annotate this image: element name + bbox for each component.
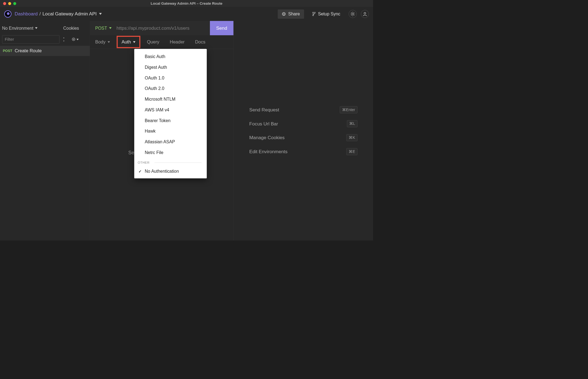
breadcrumb-separator: /	[39, 11, 41, 17]
shortcut-focus-url: Focus Url Bar ⌘L	[249, 120, 357, 127]
svg-line-9	[351, 12, 352, 13]
cookies-label: Cookies	[63, 26, 79, 31]
sort-icon	[63, 37, 66, 42]
titlebar: Local Gateway Admin API – Create Route	[0, 0, 373, 7]
response-pane: Send Request ⌘Enter Focus Url Bar ⌘L Man…	[234, 21, 373, 240]
auth-option-label: Atlassian ASAP	[145, 139, 175, 144]
auth-option-oauth1[interactable]: OAuth 1.0	[134, 73, 207, 83]
auth-option-asap[interactable]: Atlassian ASAP	[134, 136, 207, 147]
plus-circle-icon	[72, 38, 76, 41]
account-button[interactable]	[361, 10, 369, 18]
tab-docs-label: Docs	[195, 39, 206, 45]
auth-option-digest[interactable]: Digest Auth	[134, 62, 207, 73]
svg-point-13	[364, 12, 366, 14]
auth-option-basic[interactable]: Basic Auth	[134, 51, 207, 62]
setup-sync-label: Setup Sync	[318, 12, 340, 17]
svg-line-12	[354, 12, 354, 13]
tab-body[interactable]: Body	[95, 39, 110, 45]
shortcut-environments: Edit Environments ⌘E	[249, 148, 357, 155]
share-button[interactable]: Share	[278, 9, 304, 19]
header-actions: Share Setup Sync	[278, 9, 369, 19]
method-dropdown[interactable]: POST	[95, 26, 112, 31]
request-item[interactable]: POST Create Route	[0, 46, 90, 56]
shortcut-cookies: Manage Cookies ⌘K	[249, 134, 357, 141]
auth-option-oauth2[interactable]: OAuth 2.0	[134, 83, 207, 94]
sidebar-top-row: No Environment Cookies	[0, 21, 90, 35]
auth-option-bearer[interactable]: Bearer Token	[134, 115, 207, 126]
cookies-button[interactable]: Cookies	[63, 26, 88, 31]
response-placeholder: Send Request ⌘Enter Focus Url Bar ⌘L Man…	[234, 21, 373, 240]
request-method: POST	[3, 49, 12, 53]
sidebar: No Environment Cookies	[0, 21, 90, 240]
close-window-button[interactable]	[3, 2, 6, 5]
auth-section-other: OTHER	[134, 158, 207, 166]
app-logo-inner	[7, 12, 10, 15]
auth-option-label: No Authentication	[145, 169, 179, 174]
user-icon	[363, 12, 367, 16]
maximize-window-button[interactable]	[13, 2, 16, 5]
send-button[interactable]: Send	[210, 21, 234, 35]
chevron-down-icon	[77, 39, 79, 40]
tab-docs[interactable]: Docs	[195, 39, 206, 45]
chevron-down-icon	[133, 41, 135, 43]
git-branch-icon	[312, 12, 315, 16]
auth-option-label: OAuth 1.0	[145, 75, 164, 80]
auth-option-label: Bearer Token	[145, 118, 171, 123]
chevron-down-icon	[108, 41, 110, 43]
auth-option-label: Netrc File	[145, 150, 163, 155]
tab-auth-label: Auth	[121, 39, 131, 45]
settings-button[interactable]	[349, 10, 357, 18]
filter-input[interactable]	[2, 35, 60, 43]
auth-option-netrc[interactable]: Netrc File	[134, 147, 207, 158]
auth-option-label: Digest Auth	[145, 65, 167, 70]
breadcrumb: Dashboard / Local Gateway Admin API	[15, 11, 102, 17]
chevron-down-icon	[35, 27, 38, 29]
share-label: Share	[288, 12, 300, 17]
svg-point-2	[314, 12, 315, 13]
tab-auth[interactable]: Auth	[117, 36, 140, 48]
sidebar-filter-actions	[63, 37, 79, 42]
auth-option-label: Basic Auth	[145, 54, 165, 59]
auth-option-hawk[interactable]: Hawk	[134, 126, 207, 136]
minimize-window-button[interactable]	[8, 2, 11, 5]
url-bar: POST Send	[90, 21, 233, 35]
sort-button[interactable]	[63, 37, 66, 42]
shortcut-label: Send Request	[249, 107, 279, 112]
shortcut-key: ⌘L	[347, 120, 357, 127]
chevron-down-icon	[109, 27, 112, 29]
auth-option-aws[interactable]: AWS IAM v4	[134, 105, 207, 115]
app-window: Local Gateway Admin API – Create Route D…	[0, 0, 373, 240]
tab-header[interactable]: Header	[170, 39, 185, 45]
dashboard-link[interactable]: Dashboard	[15, 11, 38, 17]
app-logo-icon[interactable]	[4, 10, 12, 18]
tab-body-label: Body	[95, 39, 106, 45]
request-pane: POST Send Body Auth	[90, 21, 234, 240]
svg-line-11	[351, 15, 352, 16]
tab-query[interactable]: Query	[147, 39, 159, 45]
main: No Environment Cookies	[0, 21, 373, 240]
svg-point-4	[352, 13, 353, 15]
window-controls	[0, 2, 16, 5]
shortcut-label: Manage Cookies	[249, 135, 285, 141]
shortcut-key: ⌘K	[346, 134, 357, 141]
request-list: POST Create Route	[0, 46, 90, 240]
gear-icon	[350, 12, 355, 16]
auth-option-label: OAuth 2.0	[145, 86, 164, 91]
url-input[interactable]	[117, 25, 210, 31]
auth-dropdown-menu: Basic Auth Digest Auth OAuth 1.0 OAuth 2…	[134, 49, 207, 178]
divider	[154, 163, 201, 163]
auth-option-none[interactable]: No Authentication	[134, 166, 207, 177]
request-tabs: Body Auth Query Header Docs	[90, 35, 233, 49]
shortcut-label: Edit Environments	[249, 149, 287, 155]
project-dropdown[interactable]: Local Gateway Admin API	[43, 11, 102, 17]
environment-dropdown[interactable]: No Environment	[2, 24, 38, 32]
auth-option-label: Microsoft NTLM	[145, 97, 176, 102]
svg-point-1	[313, 12, 314, 13]
auth-option-ntlm[interactable]: Microsoft NTLM	[134, 94, 207, 105]
header: Dashboard / Local Gateway Admin API Shar…	[0, 7, 373, 21]
auth-option-label: AWS IAM v4	[145, 107, 169, 112]
setup-sync-button[interactable]: Setup Sync	[308, 9, 345, 19]
add-button[interactable]	[72, 38, 79, 41]
project-name: Local Gateway Admin API	[43, 11, 97, 17]
shortcut-send: Send Request ⌘Enter	[249, 106, 357, 113]
